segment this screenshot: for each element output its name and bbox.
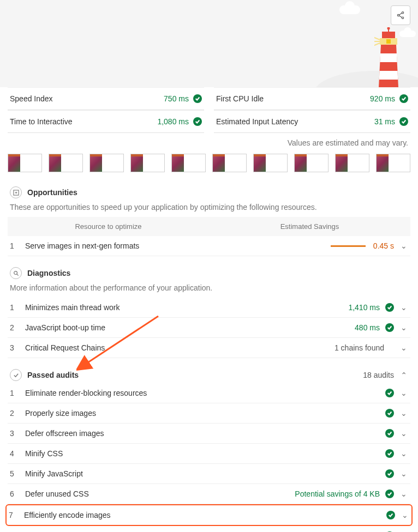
filmstrip-frame[interactable] — [253, 154, 288, 172]
filmstrip-frame[interactable] — [130, 154, 165, 172]
row-number: 2 — [10, 409, 21, 418]
chevron-down-icon: ⌄ — [401, 511, 409, 519]
metrics-panel: Speed Index 750 ms Time to Interactive 1… — [0, 87, 418, 133]
column-header: Resource to optimize — [8, 222, 209, 231]
passed-audit-row[interactable]: 4Minify CSS⌄ — [8, 444, 410, 464]
passed-audit-row[interactable]: 1Eliminate render-blocking resources⌄ — [8, 383, 410, 403]
check-pass-icon — [385, 429, 394, 438]
row-number: 3 — [10, 343, 21, 352]
report-header — [0, 0, 418, 87]
svg-line-19 — [16, 274, 18, 275]
passed-audit-row[interactable]: 8Enable text compression⌄ — [8, 526, 410, 532]
row-label: Critical Request Chains — [25, 343, 330, 352]
column-header: Estimated Savings — [209, 222, 410, 231]
check-pass-icon — [385, 323, 394, 332]
diagnostic-row[interactable]: 1 Minimizes main thread work 1,410 ms ⌄ — [8, 298, 410, 318]
chevron-down-icon: ⌄ — [399, 469, 408, 478]
diagnostic-row[interactable]: 2 JavaScript boot-up time 480 ms ⌄ — [8, 318, 410, 338]
opportunity-row[interactable]: 1 Serve images in next-gen formats 0.45 … — [8, 236, 410, 256]
svg-point-1 — [397, 14, 399, 16]
filmstrip-frame[interactable] — [212, 154, 247, 172]
magnify-icon — [10, 267, 22, 279]
row-label: Minify JavaScript — [25, 469, 381, 478]
svg-marker-10 — [380, 53, 397, 62]
filmstrip-frame[interactable] — [335, 154, 369, 172]
row-label: Minimizes main thread work — [25, 303, 344, 312]
passed-audit-row[interactable]: 6Defer unused CSSPotential savings of 4 … — [8, 484, 410, 504]
row-label: Efficiently encode images — [24, 511, 382, 519]
metric-label: Estimated Input Latency — [216, 117, 298, 126]
check-pass-icon — [193, 94, 202, 103]
row-number: 3 — [10, 429, 21, 438]
row-number: 1 — [10, 389, 21, 397]
metric-value: 31 ms — [374, 117, 395, 126]
passed-audit-row[interactable]: 7Efficiently encode images⌄ — [5, 504, 413, 526]
row-label: Defer offscreen images — [25, 429, 381, 438]
svg-line-15 — [374, 37, 380, 40]
svg-line-16 — [374, 43, 380, 46]
chevron-down-icon: ⌄ — [399, 489, 408, 498]
metric-label: Speed Index — [10, 94, 53, 103]
opportunities-table-head: Resource to optimize Estimated Savings — [8, 217, 410, 236]
metric-label: First CPU Idle — [216, 94, 264, 103]
metric-row: First CPU Idle 920 ms — [214, 87, 410, 110]
row-number: 7 — [9, 511, 20, 519]
diagnostic-value: 1 chains found — [335, 343, 384, 352]
metric-value: 920 ms — [370, 94, 395, 103]
check-pass-icon — [399, 117, 408, 126]
svg-point-0 — [402, 12, 403, 14]
filmstrip-frame[interactable] — [49, 154, 83, 172]
share-icon — [396, 11, 405, 20]
svg-rect-7 — [386, 39, 391, 44]
metrics-column-right: First CPU Idle 920 ms Estimated Input La… — [214, 87, 410, 133]
row-label: Eliminate render-blocking resources — [25, 389, 381, 397]
svg-marker-11 — [379, 71, 398, 80]
filmstrip-frame[interactable] — [376, 154, 410, 172]
filmstrip-frame[interactable] — [89, 154, 124, 172]
metric-row: Speed Index 750 ms — [8, 87, 204, 110]
diagnostic-value: 1,410 ms — [348, 303, 380, 312]
audit-extra: Potential savings of 4 KB — [295, 489, 380, 498]
svg-line-4 — [399, 16, 402, 17]
disclaimer-text: Values are estimated and may vary. — [0, 133, 418, 150]
filmstrip-frame[interactable] — [8, 154, 42, 172]
metric-label: Time to Interactive — [10, 117, 73, 126]
metric-row: Time to Interactive 1,080 ms — [8, 110, 204, 133]
row-number: 4 — [10, 449, 21, 458]
diagnostic-row[interactable]: 3 Critical Request Chains 1 chains found… — [8, 338, 410, 358]
chevron-down-icon: ⌄ — [399, 343, 408, 352]
metrics-column-left: Speed Index 750 ms Time to Interactive 1… — [8, 87, 204, 133]
svg-point-13 — [387, 27, 390, 30]
filmstrip-frame[interactable] — [294, 154, 329, 172]
check-icon — [10, 369, 22, 381]
passed-audits-toggle[interactable]: Passed audits 18 audits ⌄ — [8, 364, 410, 383]
check-pass-icon — [385, 409, 394, 418]
section-title: Opportunities — [27, 188, 77, 197]
chevron-down-icon: ⌄ — [399, 323, 408, 332]
passed-count: 18 audits — [363, 371, 394, 379]
chevron-down-icon: ⌄ — [399, 389, 408, 397]
passed-audit-row[interactable]: 2Properly size images⌄ — [8, 403, 410, 424]
row-label: JavaScript boot-up time — [25, 323, 350, 332]
savings-bar — [331, 245, 366, 247]
passed-audits-section: Passed audits 18 audits ⌄ 1Eliminate ren… — [0, 364, 418, 532]
chevron-down-icon: ⌄ — [399, 449, 408, 458]
passed-audit-row[interactable]: 3Defer offscreen images⌄ — [8, 424, 410, 444]
row-number: 2 — [10, 323, 21, 332]
chevron-up-icon: ⌄ — [399, 371, 408, 379]
section-subtitle: More information about the performance o… — [8, 282, 410, 298]
opportunities-section: Opportunities These are opportunities to… — [0, 181, 418, 256]
chevron-down-icon: ⌄ — [399, 303, 408, 312]
chevron-down-icon: ⌄ — [399, 429, 408, 438]
row-label: Properly size images — [25, 409, 381, 418]
lighthouse-icon — [374, 27, 403, 87]
check-pass-icon — [399, 94, 408, 103]
filmstrip-frame[interactable] — [171, 154, 206, 172]
check-pass-icon — [385, 303, 394, 312]
check-pass-icon — [385, 389, 394, 397]
section-title: Passed audits — [27, 371, 79, 379]
section-subtitle: These are opportunities to speed up your… — [8, 202, 410, 217]
share-button[interactable] — [391, 5, 410, 25]
section-title: Diagnostics — [27, 269, 70, 277]
passed-audit-row[interactable]: 5Minify JavaScript⌄ — [8, 464, 410, 484]
